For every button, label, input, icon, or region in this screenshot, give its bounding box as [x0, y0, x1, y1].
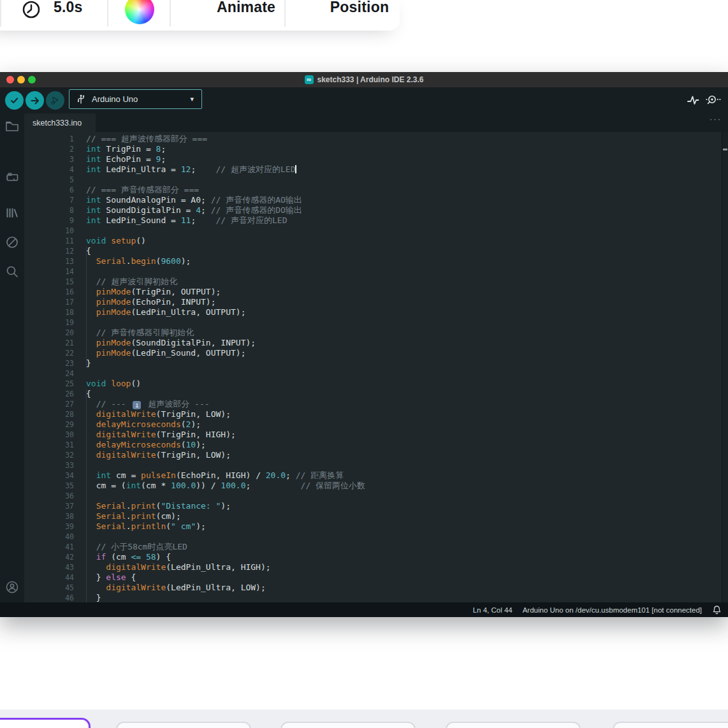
code-line[interactable]: void setup() [24, 236, 722, 246]
sidebar-item-boards-manager[interactable] [4, 170, 20, 185]
verify-button[interactable] [5, 91, 24, 110]
code-line[interactable]: int TrigPin = 8; [24, 144, 722, 154]
code-line[interactable]: Serial.begin(9600); [24, 256, 722, 266]
code-line[interactable]: pinMode(TrigPin, OUTPUT); [24, 287, 722, 297]
code-token [86, 287, 96, 296]
tab-sketch333[interactable]: sketch333.ino [24, 113, 96, 132]
code-line[interactable]: pinMode(SoundDigitalPin, INPUT); [24, 338, 722, 348]
code-line[interactable]: digitalWrite(TrigPin, LOW); [24, 409, 722, 419]
code-line[interactable]: // 超声波引脚初始化 [24, 277, 722, 287]
code-line[interactable]: Serial.print(cm); [24, 511, 722, 521]
code-token [86, 338, 96, 347]
code-token: ( [166, 521, 171, 531]
code-line[interactable] [24, 175, 722, 185]
code-line[interactable] [24, 460, 722, 470]
zoom-window-button[interactable] [28, 76, 36, 84]
code-token: EchoPin = [101, 154, 156, 164]
upload-button[interactable] [25, 91, 44, 110]
debug-button[interactable] [46, 91, 64, 110]
code-token: (SoundDigitalPin, INPUT); [131, 338, 256, 347]
code-line[interactable]: { [24, 389, 722, 399]
code-line[interactable] [24, 368, 722, 379]
code-line[interactable]: int LedPin_Sound = 11; // 声音对应的LED [24, 215, 722, 226]
code-token: cm = [111, 470, 141, 480]
code-line[interactable] [24, 266, 722, 277]
tab-overflow-menu[interactable]: ··· [710, 114, 722, 124]
code-line[interactable]: // --- 1 超声波部分 --- [24, 399, 722, 409]
code-line[interactable]: // === 超声波传感器部分 === [24, 134, 722, 144]
code-line[interactable]: // === 声音传感器部分 === [24, 185, 722, 195]
position-button[interactable]: Position [305, 0, 414, 16]
code-line[interactable]: Serial.println(" cm"); [24, 521, 722, 532]
sidebar-item-search[interactable] [4, 264, 20, 279]
code-line[interactable]: { [24, 246, 722, 256]
serial-monitor-button[interactable] [705, 93, 722, 107]
code-line[interactable]: } [24, 593, 722, 602]
code-line[interactable]: int LedPin_Ultra = 12; // 超声波对应的LED [24, 164, 722, 175]
code-line[interactable]: int cm = pulseIn(EchoPin, HIGH) / 20.0; … [24, 470, 722, 481]
code-token: void [86, 236, 106, 245]
code-token [106, 236, 111, 245]
keycap-one-emoji: 1 [133, 401, 141, 409]
code-line[interactable]: } else { [24, 572, 722, 583]
code-line[interactable] [24, 532, 722, 542]
scrollbar[interactable] [722, 132, 728, 602]
minimize-window-button[interactable] [17, 76, 25, 84]
code-line[interactable]: digitalWrite(LedPin_Ultra, HIGH); [24, 562, 722, 572]
toolbar-divider [284, 0, 286, 27]
code-line[interactable]: pinMode(EchoPin, INPUT); [24, 297, 722, 307]
code-token: digitalWrite [96, 409, 156, 419]
code-line[interactable] [24, 317, 722, 328]
code-token: LedPin_Sound = [101, 215, 180, 225]
code-line[interactable]: } [24, 358, 722, 368]
code-line[interactable]: if (cm <= 58) { [24, 552, 722, 562]
code-line[interactable]: Serial.print("Distance: "); [24, 501, 722, 511]
duration-label[interactable]: 5.0s [54, 0, 83, 16]
code-line[interactable]: digitalWrite(TrigPin, LOW); [24, 450, 722, 460]
serial-plotter-button[interactable] [686, 93, 700, 107]
sidebar-item-debug[interactable] [4, 235, 20, 250]
code-line[interactable]: cm = (int(cm * 100.0)) / 100.0; // 保留两位小… [24, 481, 722, 491]
code-token: // 保留两位小数 [301, 481, 365, 490]
code-line[interactable]: delayMicroseconds(2); [24, 419, 722, 430]
clip-card[interactable] [280, 722, 416, 728]
clip-card[interactable] [446, 722, 581, 728]
code-token: ; [286, 470, 296, 480]
clip-card[interactable] [116, 722, 251, 728]
code-editor[interactable]: 1234567891011121314151617181920212223242… [24, 132, 728, 602]
code-token: Serial [96, 256, 126, 266]
board-selector-dropdown[interactable]: Arduino Uno ▾ [69, 89, 202, 109]
code-line[interactable]: int EchoPin = 9; [24, 154, 722, 164]
code-line[interactable]: pinMode(LedPin_Ultra, OUTPUT); [24, 307, 722, 317]
sidebar-item-account[interactable] [4, 579, 20, 595]
sidebar-item-sketchbook[interactable] [4, 119, 20, 134]
code-token: ); [191, 419, 201, 429]
sidebar-item-library-manager[interactable] [4, 205, 20, 221]
clip-card-selected[interactable] [0, 718, 91, 728]
close-window-button[interactable] [6, 76, 14, 84]
code-line[interactable]: // 小于58cm时点亮LED [24, 542, 722, 552]
code-token: { [86, 246, 91, 256]
color-wheel-button[interactable] [125, 0, 154, 24]
recording-toolbar: 5.0s Animate Position [0, 0, 400, 31]
debug-icon [50, 95, 61, 106]
code-line[interactable]: int SoundAnalogPin = A0; // 声音传感器的AO输出 [24, 195, 722, 205]
code-line[interactable] [24, 226, 722, 236]
code-token: pinMode [96, 297, 131, 307]
clip-card[interactable] [613, 722, 728, 728]
window-titlebar[interactable]: ∞ sketch333 | Arduino IDE 2.3.6 [0, 72, 728, 87]
code-line[interactable]: int SoundDigitalPin = 4; // 声音传感器的DO输出 [24, 205, 722, 215]
code-token: // === 超声波传感器部分 === [86, 134, 207, 143]
notifications-button[interactable] [712, 605, 722, 615]
scrollbar-cursor-mark [723, 149, 727, 150]
code-line[interactable]: void loop() [24, 379, 722, 389]
toolbar-divider [170, 0, 171, 27]
code-line[interactable]: // 声音传感器引脚初始化 [24, 328, 722, 338]
code-line[interactable]: pinMode(LedPin_Sound, OUTPUT); [24, 348, 722, 358]
code-line[interactable]: delayMicroseconds(10); [24, 440, 722, 450]
code-line[interactable]: digitalWrite(LedPin_Ultra, LOW); [24, 583, 722, 593]
code-token: Serial [96, 501, 126, 511]
code-line[interactable] [24, 491, 722, 501]
duration-button[interactable] [22, 0, 41, 19]
code-line[interactable]: digitalWrite(TrigPin, HIGH); [24, 430, 722, 440]
